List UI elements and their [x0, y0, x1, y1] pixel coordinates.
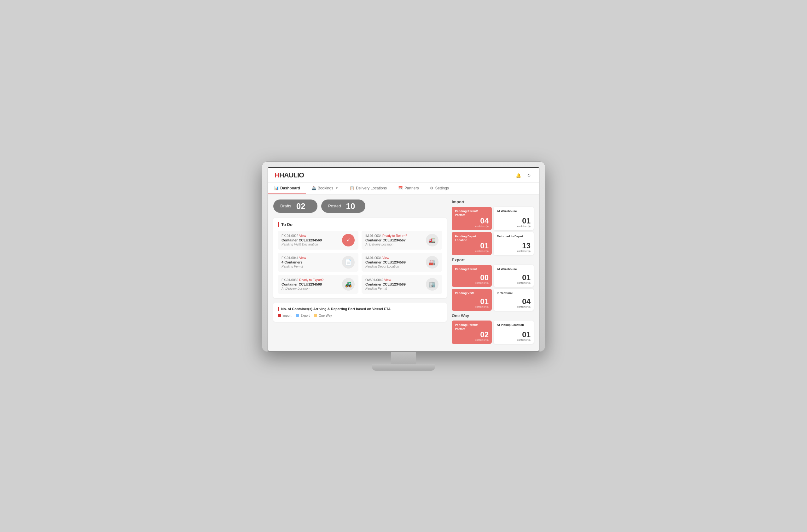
stat-card-bottom: 00 container(s) — [455, 274, 489, 284]
todo-export-link[interactable]: Ready to Export? — [299, 278, 323, 282]
right-panel: Import Pending Permit/ Portnet 04 contai… — [452, 200, 534, 346]
todo-container-id: 4 Containers — [282, 260, 339, 264]
stat-card-bottom: 13 container(s) — [497, 242, 530, 252]
warehouse-icon: 🏭 — [426, 256, 438, 268]
todo-status: At Delivery Location — [282, 287, 339, 290]
todo-view-link[interactable]: View — [299, 256, 306, 260]
todo-view-link[interactable]: View — [384, 278, 391, 282]
todo-card: IM-01-0034 View Container CCLU1234569 Pe… — [361, 253, 442, 272]
export-section-title: Export — [452, 258, 534, 262]
stat-card-bottom: 01 container(s) — [455, 242, 489, 252]
import-at-warehouse-card: At Warehouse 01 container(s) — [494, 207, 534, 230]
main-content: Drafts 02 Posted 10 To Do — [268, 194, 539, 351]
docs-icon: 📄 — [342, 256, 355, 268]
completed-icon: ✓ — [342, 234, 355, 246]
stat-card-bottom: 01 container(s) — [455, 298, 489, 308]
stat-card-bottom: 01 container(s) — [497, 274, 530, 284]
nav-item-partners[interactable]: 📅 Partners — [392, 183, 424, 194]
legend-oneway: One-Way — [314, 314, 332, 317]
oneway-stat-grid: Pending Permit/ Portnet 02 container(s) … — [452, 321, 534, 344]
settings-icon: ⚙ — [430, 186, 433, 190]
oneway-at-pickup-card: At Pickup Location 01 container(s) — [494, 321, 534, 344]
todo-status: Pending VGM Declaration — [282, 243, 339, 246]
chart-title: No. of Container(s) Arriving & Departing… — [278, 307, 442, 311]
dropdown-arrow-icon: ▼ — [335, 187, 338, 190]
posted-button[interactable]: Posted 10 — [321, 200, 365, 213]
bookings-icon: 🚢 — [312, 186, 316, 190]
todo-status: Pending Permit — [282, 265, 339, 268]
todo-view-link[interactable]: View — [382, 256, 389, 260]
header-icons: 🔔 ↻ — [515, 172, 532, 179]
todo-ref: EX-01-0022 View — [282, 234, 339, 238]
building-icon: 🏢 — [426, 278, 438, 290]
todo-section: To Do EX-01-0022 View Container CCLU1234… — [273, 218, 447, 298]
todo-container-id: Container CCLU1234569 — [365, 282, 424, 286]
notification-icon[interactable]: 🔔 — [515, 172, 522, 179]
chart-section: No. of Container(s) Arriving & Departing… — [273, 303, 447, 322]
todo-card: OW-01-0042 View Container CCLU1234569 Pe… — [361, 275, 442, 294]
partners-icon: 📅 — [398, 186, 403, 190]
export-at-warehouse-card: At Warehouse 01 container(s) — [494, 265, 534, 287]
import-section-title: Import — [452, 200, 534, 204]
nav-item-delivery-locations[interactable]: 📋 Delivery Locations — [344, 183, 392, 194]
nav-item-bookings[interactable]: 🚢 Bookings ▼ — [306, 183, 344, 194]
nav-item-dashboard[interactable]: 📊 Dashboard — [268, 183, 306, 194]
truck-icon: 🚛 — [426, 234, 438, 246]
delivery-icon: 📋 — [350, 186, 354, 190]
main-nav: 📊 Dashboard 🚢 Bookings ▼ 📋 Delivery Loca… — [268, 183, 539, 194]
todo-grid: EX-01-0022 View Container CCLU1234569 Pe… — [278, 231, 442, 294]
todo-card: EX-01-0039 Ready to Export? Container CC… — [278, 275, 358, 294]
todo-return-link[interactable]: Ready to Return? — [382, 234, 407, 238]
todo-card-content: EX-01-0022 View Container CCLU1234569 Pe… — [282, 234, 339, 246]
stats-row: Drafts 02 Posted 10 — [273, 200, 447, 213]
todo-card-content: IM-01-0034 View Container CCLU1234569 Pe… — [365, 256, 424, 268]
export-pending-permit-card: Pending Permit 00 container(s) — [452, 265, 492, 287]
todo-ref: EX-01-0044 View — [282, 256, 339, 260]
legend-import: Import — [278, 314, 291, 317]
todo-status: Pending Depot Location — [365, 265, 424, 268]
export-pending-vgm-card: Pending VGM 01 container(s) — [452, 289, 492, 311]
refresh-icon[interactable]: ↻ — [525, 172, 532, 179]
chart-legend: Import Export One-Way — [278, 314, 442, 317]
stat-card-bottom: 01 container(s) — [497, 331, 530, 341]
todo-title: To Do — [278, 222, 442, 227]
oneway-section-title: One Way — [452, 313, 534, 318]
todo-ref: IM-01-0034 Ready to Return? — [365, 234, 424, 238]
todo-container-id: Container CCLU1234569 — [365, 260, 424, 264]
legend-export: Export — [296, 314, 309, 317]
dashboard-icon: 📊 — [274, 186, 279, 190]
stat-card-bottom: 04 container(s) — [497, 298, 530, 308]
export-stat-grid: Pending Permit 00 container(s) At Wareho… — [452, 265, 534, 311]
todo-container-id: Container CCLU1234567 — [365, 238, 424, 242]
logo: HHAULIO — [275, 171, 304, 179]
todo-card: IM-01-0034 Ready to Return? Container CC… — [361, 231, 442, 250]
oneway-pending-permit-card: Pending Permit/ Portnet 02 container(s) — [452, 321, 492, 344]
todo-container-id: Container CCLU1234569 — [282, 238, 339, 242]
left-panel: Drafts 02 Posted 10 To Do — [273, 200, 447, 346]
import-pending-permit-card: Pending Permit/ Portnet 04 container(s) — [452, 207, 492, 230]
todo-status: Pending Permit — [365, 287, 424, 290]
stat-card-bottom: 02 container(s) — [455, 331, 489, 341]
todo-card: EX-01-0044 View 4 Containers Pending Per… — [278, 253, 358, 272]
legend-oneway-dot — [314, 314, 317, 317]
nav-item-settings[interactable]: ⚙ Settings — [424, 183, 454, 194]
drafts-button[interactable]: Drafts 02 — [273, 200, 317, 213]
todo-ref: IM-01-0034 View — [365, 256, 424, 260]
todo-status: At Delivery Location — [365, 243, 424, 246]
import-returned-depot-card: Returned to Depot 13 container(s) — [494, 232, 534, 255]
import-pending-depot-card: Pending Depot Location 01 container(s) — [452, 232, 492, 255]
export-in-terminal-card: In Terminal 04 container(s) — [494, 289, 534, 311]
stat-card-bottom: 01 container(s) — [497, 217, 530, 228]
app-header: HHAULIO 🔔 ↻ — [268, 168, 539, 183]
legend-import-dot — [278, 314, 281, 317]
todo-view-link[interactable]: View — [299, 234, 306, 238]
legend-export-dot — [296, 314, 299, 317]
todo-ref: EX-01-0039 Ready to Export? — [282, 278, 339, 282]
todo-container-id: Container CCLU1234568 — [282, 282, 339, 286]
todo-card-content: EX-01-0039 Ready to Export? Container CC… — [282, 278, 339, 290]
todo-card-content: OW-01-0042 View Container CCLU1234569 Pe… — [365, 278, 424, 290]
todo-ref: OW-01-0042 View — [365, 278, 424, 282]
todo-card-content: EX-01-0044 View 4 Containers Pending Per… — [282, 256, 339, 268]
forklift-icon: 🚜 — [342, 278, 355, 290]
import-stat-grid: Pending Permit/ Portnet 04 container(s) … — [452, 207, 534, 255]
